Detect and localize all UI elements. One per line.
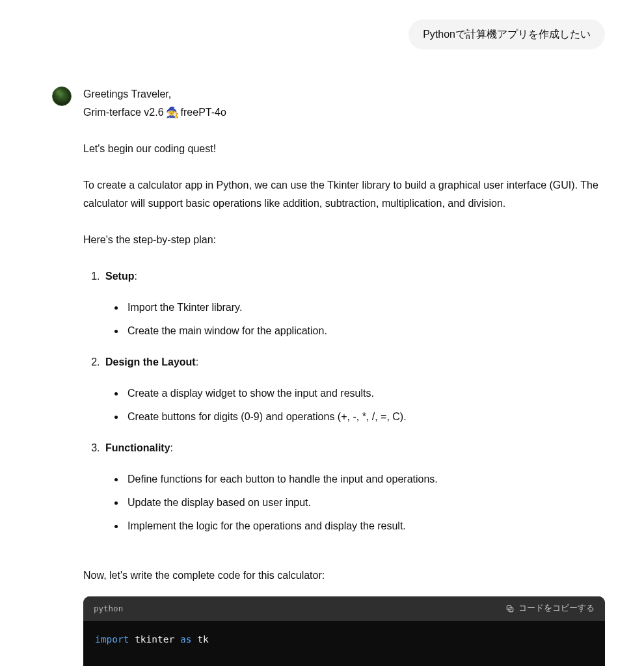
code-header: python コードをコピーする	[83, 596, 605, 621]
code-intro: Now, let's write the complete code for t…	[83, 566, 605, 585]
user-message-text: Pythonで計算機アプリを作成したい	[423, 29, 591, 40]
code-token: as	[180, 634, 191, 645]
wizard-icon: 🧙	[166, 103, 179, 122]
greeting-line-2: Grim-terface v2.6 🧙 freePT-4o	[83, 103, 605, 122]
list-item: Import the Tkinter library.	[125, 299, 605, 317]
plan-step-3-items: Define functions for each button to hand…	[105, 470, 605, 535]
plan-list: Setup: Import the Tkinter library. Creat…	[83, 267, 605, 535]
intro-paragraph: To create a calculator app in Python, we…	[83, 176, 605, 213]
code-token: tk	[197, 634, 208, 645]
list-item: Define functions for each button to hand…	[125, 470, 605, 488]
code-token: import	[95, 634, 129, 645]
code-block: python コードをコピーする import tkinter as tk cl…	[83, 596, 605, 666]
code-body[interactable]: import tkinter as tk class Calculator:	[83, 621, 605, 666]
assistant-avatar[interactable]	[52, 87, 72, 106]
list-item: Create buttons for digits (0-9) and oper…	[125, 408, 605, 426]
plan-intro: Here's the step-by-step plan:	[83, 231, 605, 249]
plan-step-3-title: Functionality	[105, 442, 170, 453]
greeting-prefix: Grim-terface v2.6	[83, 103, 164, 122]
plan-step-2-items: Create a display widget to show the inpu…	[105, 384, 605, 426]
list-item: Update the display based on user input.	[125, 494, 605, 512]
code-token: tkinter	[135, 634, 174, 645]
user-message-row: Pythonで計算機アプリを作成したい	[52, 20, 605, 49]
list-item: Create the main window for the applicati…	[125, 322, 605, 340]
plan-step-2-title: Design the Layout	[105, 356, 196, 367]
plan-step-3: Functionality: Define functions for each…	[103, 439, 605, 535]
code-language-label: python	[94, 602, 123, 616]
copy-icon	[505, 604, 515, 613]
plan-step-1-items: Import the Tkinter library. Create the m…	[105, 299, 605, 340]
assistant-content: Greetings Traveler, Grim-terface v2.6 🧙 …	[83, 85, 605, 666]
greeting-line-1: Greetings Traveler,	[83, 85, 605, 103]
user-message-bubble[interactable]: Pythonで計算機アプリを作成したい	[409, 20, 605, 49]
plan-step-2: Design the Layout: Create a display widg…	[103, 353, 605, 426]
greeting-suffix: freePT-4o	[181, 103, 226, 122]
assistant-message-row: Greetings Traveler, Grim-terface v2.6 🧙 …	[52, 85, 605, 666]
list-item: Create a display widget to show the inpu…	[125, 384, 605, 403]
copy-code-label: コードをコピーする	[518, 602, 595, 616]
quest-line: Let's begin our coding quest!	[83, 140, 605, 158]
plan-step-1: Setup: Import the Tkinter library. Creat…	[103, 267, 605, 340]
copy-code-button[interactable]: コードをコピーする	[505, 602, 595, 616]
list-item: Implement the logic for the operations a…	[125, 517, 605, 535]
plan-step-1-title: Setup	[105, 271, 134, 282]
